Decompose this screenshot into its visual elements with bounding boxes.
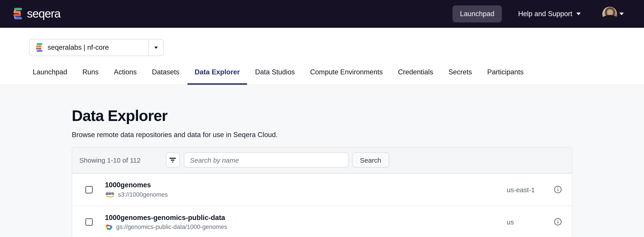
navbar-right: Launchpad Help and Support — [452, 5, 624, 22]
search-input[interactable] — [184, 153, 348, 168]
tab-data-explorer[interactable]: Data Explorer — [188, 67, 247, 85]
filter-lines-icon — [169, 157, 176, 163]
chevron-down-icon — [619, 12, 624, 15]
workspace-dropdown-toggle[interactable] — [148, 39, 163, 55]
row-checkbox[interactable] — [85, 186, 93, 194]
row-meta: us-east-1 — [507, 186, 572, 194]
google-cloud-icon — [105, 224, 113, 230]
bucket-info: 1000genomes-genomics-public-data — [105, 214, 227, 230]
tab-actions[interactable]: Actions — [107, 67, 144, 85]
workspace-tabs: Launchpad Runs Actions Datasets Data Exp… — [0, 67, 644, 85]
workspace-selector-main[interactable]: seqeralabs | nf-core — [30, 39, 148, 55]
tab-data-studios[interactable]: Data Studios — [248, 67, 302, 85]
bucket-uri-line: aws s3://1000genomes — [105, 191, 168, 198]
tab-secrets[interactable]: Secrets — [441, 67, 479, 85]
help-support-label: Help and Support — [518, 10, 572, 18]
bucket-uri: s3://1000genomes — [118, 191, 168, 198]
results-count: Showing 1-10 of 112 — [80, 156, 140, 164]
bucket-uri-line: gs://genomics-public-data/1000-genomes — [105, 224, 227, 230]
top-navbar: seqera Launchpad Help and Support — [0, 0, 644, 28]
data-explorer-panel: Showing 1-10 of 112 Search — [72, 147, 572, 237]
table-row[interactable]: 1000genomes-genomics-public-data — [72, 206, 572, 237]
user-avatar[interactable] — [602, 6, 617, 21]
info-circle-icon[interactable] — [554, 186, 562, 194]
table-row[interactable]: 1000genomes aws s3://1000genomes — [72, 173, 572, 206]
tab-runs[interactable]: Runs — [75, 67, 106, 85]
tab-participants[interactable]: Participants — [480, 67, 531, 85]
search-button[interactable]: Search — [352, 153, 389, 168]
aws-icon: aws — [105, 191, 115, 198]
tab-launchpad[interactable]: Launchpad — [26, 67, 74, 85]
row-meta: us — [507, 218, 572, 226]
region-label: us — [507, 218, 554, 226]
bucket-name[interactable]: 1000genomes-genomics-public-data — [105, 214, 227, 222]
user-menu[interactable] — [602, 6, 624, 21]
panel-toolbar: Showing 1-10 of 112 Search — [72, 147, 572, 173]
filter-button[interactable] — [166, 153, 180, 168]
tab-compute-environments[interactable]: Compute Environments — [303, 67, 390, 85]
bucket-name[interactable]: 1000genomes — [105, 181, 168, 189]
tab-credentials[interactable]: Credentials — [391, 67, 440, 85]
launchpad-button[interactable]: Launchpad — [452, 5, 502, 22]
workspace-header: seqeralabs | nf-core Launchpad Runs Acti… — [0, 28, 644, 85]
page-subtitle: Browse remote data repositories and data… — [72, 131, 572, 139]
tab-datasets[interactable]: Datasets — [145, 67, 186, 85]
bucket-uri: gs://genomics-public-data/1000-genomes — [116, 224, 227, 230]
seqera-logo-icon — [12, 7, 23, 20]
workspace-label: seqeralabs | nf-core — [48, 43, 109, 51]
chevron-down-icon — [576, 12, 581, 15]
svg-text:aws: aws — [106, 191, 114, 196]
row-checkbox[interactable] — [85, 218, 93, 226]
workspace-org-logo-icon — [36, 43, 43, 52]
page-title: Data Explorer — [72, 107, 572, 125]
seqera-brand[interactable]: seqera — [12, 7, 60, 20]
info-circle-icon[interactable] — [554, 218, 562, 226]
region-label: us-east-1 — [507, 186, 554, 194]
brand-wordmark: seqera — [27, 7, 60, 20]
help-support-menu[interactable]: Help and Support — [518, 10, 581, 18]
main-content: Data Explorer Browse remote data reposit… — [0, 85, 644, 237]
workspace-selector[interactable]: seqeralabs | nf-core — [29, 39, 164, 56]
app-root: seqera Launchpad Help and Support — [0, 0, 644, 237]
chevron-down-icon — [154, 46, 158, 49]
bucket-info: 1000genomes aws s3://1000genomes — [105, 181, 168, 198]
